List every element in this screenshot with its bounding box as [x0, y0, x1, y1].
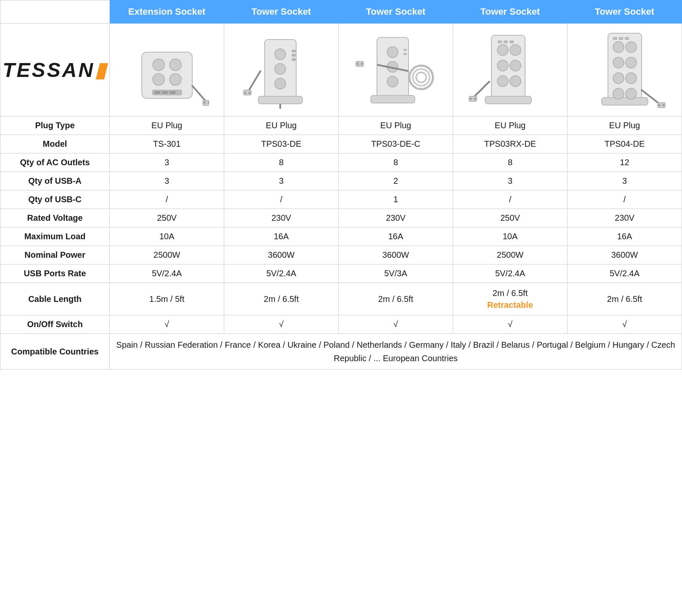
- retractable-label: Retractable: [456, 299, 565, 311]
- usb-c-2: /: [224, 190, 339, 209]
- svg-point-39: [361, 63, 363, 65]
- nominal-power-row: Nominal Power 2500W 3600W 3600W 2500W 36…: [0, 246, 682, 264]
- comparison-table: Extension Socket Tower Socket Tower Sock…: [0, 0, 682, 370]
- product-img-placeholder-1: [112, 28, 221, 112]
- svg-rect-49: [504, 40, 508, 43]
- model-3: TPS03-DE-C: [339, 135, 453, 153]
- plug-type-4: EU Plug: [453, 116, 568, 135]
- svg-point-11: [204, 102, 205, 103]
- on-off-switch-5: √: [568, 315, 682, 334]
- brand-cell: TESSAN▮: [0, 24, 110, 116]
- ac-outlets-row: Qty of AC Outlets 3 8 8 8 12: [0, 153, 682, 172]
- model-5: TPS04-DE: [568, 135, 682, 153]
- product-img-placeholder-4: [456, 28, 565, 112]
- svg-point-30: [387, 76, 398, 87]
- svg-point-57: [613, 42, 624, 53]
- ac-outlets-2: 8: [224, 153, 339, 172]
- svg-point-53: [470, 98, 472, 100]
- max-load-3: 16A: [339, 227, 453, 246]
- svg-rect-55: [608, 33, 642, 102]
- nominal-power-3: 3600W: [339, 246, 453, 264]
- plug-type-5: EU Plug: [568, 116, 682, 135]
- svg-point-47: [510, 76, 521, 87]
- cable-length-4-value: 2m / 6.5ft: [493, 288, 528, 298]
- max-load-2: 16A: [224, 227, 339, 246]
- on-off-switch-4: √: [453, 315, 568, 334]
- on-off-switch-row: On/Off Switch √ √ √ √ √: [0, 315, 682, 334]
- model-2: TPS03-DE: [224, 135, 339, 153]
- header-col-2: Tower Socket: [224, 0, 339, 24]
- rated-voltage-2: 230V: [224, 209, 339, 227]
- compatible-countries-row: Compatible Countries Spain / Russian Fed…: [0, 334, 682, 370]
- header-col-5: Tower Socket: [568, 0, 682, 24]
- ac-outlets-3: 8: [339, 153, 453, 172]
- usb-rate-row: USB Ports Rate 5V/2.4A 5V/2.4A 5V/3A 5V/…: [0, 264, 682, 283]
- product-image-1: [110, 24, 224, 116]
- model-row: Model TS-301 TPS03-DE TPS03-DE-C TPS03RX…: [0, 135, 682, 153]
- max-load-row: Maximum Load 10A 16A 16A 10A 16A: [0, 227, 682, 246]
- header-label-col: [0, 0, 110, 24]
- cable-length-label: Cable Length: [0, 283, 110, 315]
- product-image-2: [224, 24, 339, 116]
- svg-point-1: [153, 59, 165, 71]
- svg-point-3: [153, 74, 165, 85]
- svg-rect-32: [403, 53, 407, 55]
- plug-type-label: Plug Type: [0, 116, 110, 135]
- usb-a-3: 2: [339, 172, 453, 190]
- usb-rate-2: 5V/2.4A: [224, 264, 339, 283]
- svg-rect-56: [602, 98, 648, 105]
- svg-point-63: [626, 73, 637, 84]
- rated-voltage-label: Rated Voltage: [0, 209, 110, 227]
- usb-rate-label: USB Ports Rate: [0, 264, 110, 283]
- usb-a-1: 3: [110, 172, 224, 190]
- svg-rect-6: [154, 91, 160, 94]
- usb-rate-5: 5V/2.4A: [568, 264, 682, 283]
- product-svg-4: [468, 31, 552, 109]
- model-1: TS-301: [110, 135, 224, 153]
- usb-rate-1: 5V/2.4A: [110, 264, 224, 283]
- rated-voltage-5: 230V: [568, 209, 682, 227]
- usb-c-1: /: [110, 190, 224, 209]
- svg-point-25: [249, 92, 250, 94]
- product-img-placeholder-3: [341, 28, 450, 112]
- product-svg-5: [583, 31, 667, 109]
- brand-image-row: TESSAN▮: [0, 24, 682, 116]
- cable-length-5: 2m / 6.5ft: [568, 283, 682, 315]
- header-col-1: Extension Socket: [110, 0, 224, 24]
- product-svg-3: [354, 31, 438, 109]
- svg-point-15: [275, 49, 286, 60]
- svg-point-59: [613, 73, 624, 84]
- usb-c-3: 1: [339, 190, 453, 209]
- svg-rect-20: [292, 58, 295, 61]
- product-img-placeholder-2: [227, 28, 336, 112]
- svg-point-2: [170, 59, 181, 71]
- svg-point-44: [497, 76, 508, 87]
- ac-outlets-5: 12: [568, 153, 682, 172]
- cable-length-4: 2m / 6.5ft Retractable: [453, 283, 568, 315]
- svg-rect-67: [625, 37, 629, 40]
- svg-rect-48: [498, 40, 502, 43]
- svg-point-24: [244, 92, 246, 94]
- rated-voltage-1: 250V: [110, 209, 224, 227]
- max-load-1: 10A: [110, 227, 224, 246]
- cable-length-2: 2m / 6.5ft: [224, 283, 339, 315]
- rated-voltage-4: 250V: [453, 209, 568, 227]
- max-load-label: Maximum Load: [0, 227, 110, 246]
- svg-rect-41: [485, 96, 531, 104]
- compatible-countries-label: Compatible Countries: [0, 334, 110, 370]
- usb-a-5: 3: [568, 172, 682, 190]
- header-col-3: Tower Socket: [339, 0, 453, 24]
- usb-c-4: /: [453, 190, 568, 209]
- plug-type-3: EU Plug: [339, 116, 453, 135]
- svg-point-62: [626, 57, 637, 68]
- rated-voltage-3: 230V: [339, 209, 453, 227]
- usb-a-label: Qty of USB-A: [0, 172, 110, 190]
- cable-length-3: 2m / 6.5ft: [339, 283, 453, 315]
- ac-outlets-label: Qty of AC Outlets: [0, 153, 110, 172]
- svg-line-22: [248, 71, 260, 92]
- usb-c-5: /: [568, 190, 682, 209]
- plug-type-2: EU Plug: [224, 116, 339, 135]
- svg-point-60: [613, 88, 624, 99]
- nominal-power-5: 3600W: [568, 246, 682, 264]
- nominal-power-4: 2500W: [453, 246, 568, 264]
